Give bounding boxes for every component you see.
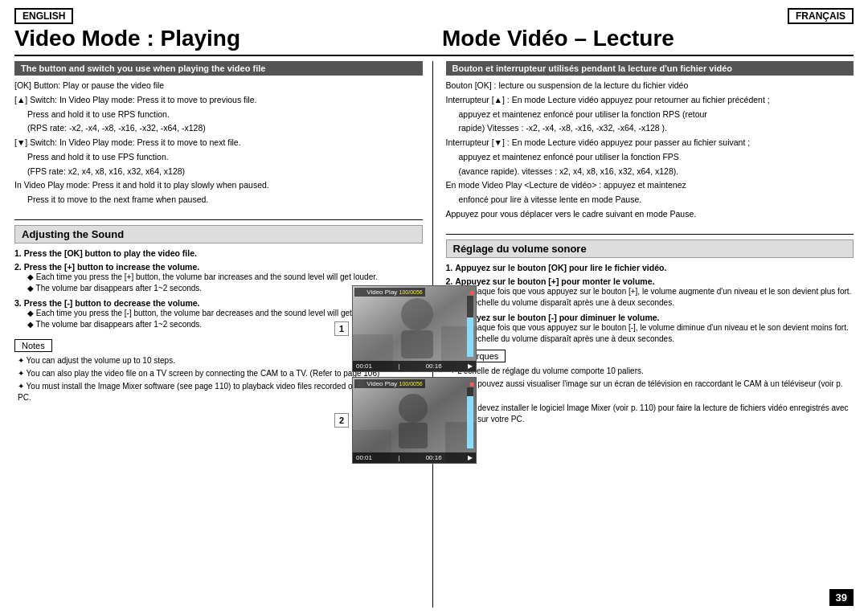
svg-rect-3	[401, 330, 433, 358]
button-section-header-en: The button and switch you use when playi…	[14, 61, 423, 76]
note-fr-2: Vous pouvez aussi visualiser l'image sur…	[449, 379, 854, 401]
note-fr-3: Vous devez installer le logiciel Image M…	[449, 403, 854, 425]
button-instructions-en: [OK] Button: Play or pause the video fil…	[14, 80, 423, 208]
sound-title-en: Adjusting the Sound	[14, 225, 423, 244]
svg-point-2	[401, 298, 433, 330]
thumb-badge-2: 2	[334, 413, 349, 428]
thumb2-timecode: 00:01	[356, 454, 372, 461]
video-thumbnail-2: 🎥 Video Play 100/0056 ■ 00:01 | 00:16 ▶	[352, 377, 477, 464]
thumb1-label: 🎥 Video Play 100/0056	[354, 288, 425, 297]
button-section-header-fr: Bouton et interrupteur utilisés pendant …	[446, 61, 854, 76]
video-thumbnail-1: 🎥 Video Play 100/0056 ■ 00:01 | 00:16 ▶	[352, 285, 477, 372]
thumb1-timecode: 00:01	[356, 362, 372, 370]
thumbnails-area: 1	[352, 285, 477, 464]
notes-section-fr: Remarques L'échelle de réglage du volume…	[446, 350, 854, 425]
thumb1-duration: 00:16	[426, 362, 442, 370]
svg-rect-9	[399, 423, 428, 448]
thumb2-duration: 00:16	[426, 454, 442, 461]
notes-label: Notes	[14, 339, 52, 352]
page-number: 39	[829, 589, 854, 606]
page-title-en: Video Mode : Playing	[14, 26, 240, 51]
francais-badge: FRANÇAIS	[788, 8, 854, 24]
page-title-fr: Mode Vidéo – Lecture	[442, 26, 674, 51]
svg-point-8	[399, 394, 428, 423]
thumb-badge-1: 1	[334, 321, 349, 336]
note-fr-1: L'échelle de réglage du volume comporte …	[449, 366, 854, 377]
button-instructions-fr: Bouton [OK] : lecture ou suspension de l…	[446, 80, 854, 223]
thumb2-label: 🎥 Video Play 100/0056	[354, 379, 425, 388]
sound-steps-fr: 1. Appuyez sur le bouton [OK] pour lire …	[446, 263, 854, 345]
english-badge: ENGLISH	[14, 8, 73, 24]
sound-title-fr: Réglage du volume sonore	[446, 239, 854, 258]
